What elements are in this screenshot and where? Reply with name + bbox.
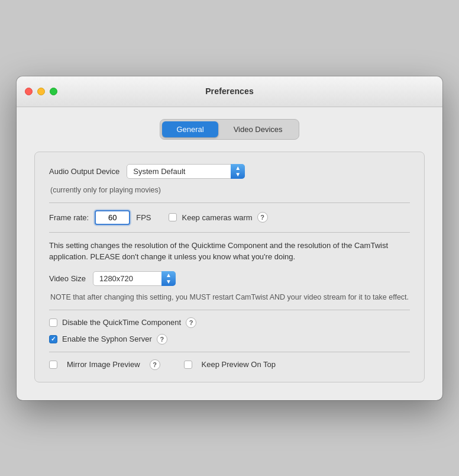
video-size-select[interactable]: 1280x720 bbox=[93, 271, 176, 286]
divider-1 bbox=[49, 202, 410, 203]
disable-quicktime-checkbox[interactable] bbox=[49, 319, 57, 327]
keep-preview-label: Keep Preview On Top bbox=[202, 360, 276, 369]
video-size-row: Video Size 1280x720 ▲ ▼ bbox=[49, 271, 410, 286]
frame-rate-input[interactable] bbox=[95, 210, 130, 225]
keep-cameras-help-icon[interactable]: ? bbox=[257, 212, 268, 223]
tab-group: General Video Devices bbox=[160, 119, 299, 140]
keep-preview-row: Keep Preview On Top bbox=[184, 360, 276, 369]
description-text: This setting changes the resolution of t… bbox=[49, 240, 410, 263]
close-button[interactable] bbox=[25, 88, 33, 95]
enable-syphon-label: Enable the Syphon Server bbox=[62, 335, 152, 343]
keep-cameras-label: Keep cameras warm bbox=[182, 213, 252, 222]
disable-quicktime-label: Disable the QuickTime Component bbox=[62, 318, 181, 327]
tab-general[interactable]: General bbox=[162, 121, 218, 137]
divider-2 bbox=[49, 232, 410, 233]
mirror-image-help-icon[interactable]: ? bbox=[150, 359, 160, 370]
bottom-options-row: Mirror Image Preview ? Keep Preview On T… bbox=[49, 359, 410, 370]
video-size-note: NOTE that after changing this setting, y… bbox=[50, 293, 410, 301]
audio-output-select[interactable]: System Default bbox=[127, 164, 245, 179]
audio-output-note: (currently only for playing movies) bbox=[50, 186, 410, 194]
divider-3 bbox=[49, 310, 410, 310]
keep-preview-checkbox[interactable] bbox=[184, 361, 192, 369]
disable-quicktime-help-icon[interactable]: ? bbox=[186, 317, 196, 328]
preferences-window: Preferences General Video Devices Audio … bbox=[17, 76, 442, 400]
minimize-button[interactable] bbox=[37, 88, 45, 95]
tab-bar: General Video Devices bbox=[34, 119, 425, 140]
audio-output-row: Audio Output Device System Default ▲ ▼ bbox=[49, 164, 410, 179]
frame-rate-label: Frame rate: bbox=[49, 213, 89, 222]
keep-cameras-row: Keep cameras warm ? bbox=[169, 212, 267, 223]
video-size-label: Video Size bbox=[49, 274, 86, 283]
disable-quicktime-row: Disable the QuickTime Component ? bbox=[49, 317, 410, 328]
mirror-image-label: Mirror Image Preview bbox=[67, 360, 140, 369]
keep-cameras-checkbox[interactable] bbox=[169, 213, 177, 221]
window-title: Preferences bbox=[205, 86, 254, 96]
mirror-image-row: Mirror Image Preview ? bbox=[49, 359, 160, 370]
audio-output-select-container: System Default ▲ ▼ bbox=[127, 164, 245, 179]
titlebar: Preferences bbox=[17, 76, 442, 107]
mirror-image-checkbox[interactable] bbox=[49, 361, 57, 369]
traffic-lights bbox=[25, 88, 57, 95]
enable-syphon-checkbox[interactable] bbox=[49, 335, 57, 343]
audio-output-label: Audio Output Device bbox=[49, 167, 119, 176]
divider-4 bbox=[49, 352, 410, 352]
enable-syphon-row: Enable the Syphon Server ? bbox=[49, 334, 410, 345]
tab-video-devices[interactable]: Video Devices bbox=[219, 121, 297, 137]
maximize-button[interactable] bbox=[50, 88, 57, 95]
enable-syphon-help-icon[interactable]: ? bbox=[157, 334, 167, 345]
video-size-select-container: 1280x720 ▲ ▼ bbox=[93, 271, 176, 286]
general-panel: Audio Output Device System Default ▲ ▼ (… bbox=[34, 152, 425, 382]
frame-rate-row: Frame rate: FPS Keep cameras warm ? bbox=[49, 210, 410, 225]
fps-label: FPS bbox=[136, 213, 151, 222]
window-content: General Video Devices Audio Output Devic… bbox=[17, 107, 442, 400]
